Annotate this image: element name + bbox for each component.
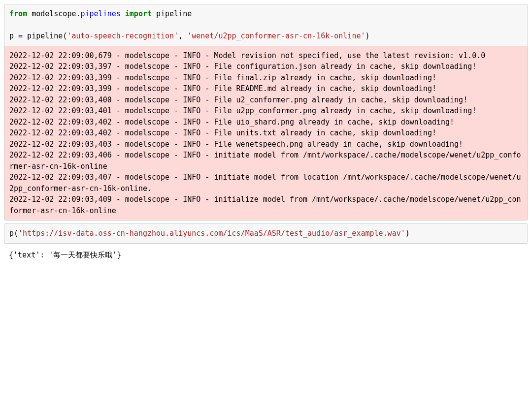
call-close: )	[365, 32, 369, 40]
result-output: {'text': '每一天都要快乐哦'}	[4, 247, 528, 263]
keyword-import: import	[125, 9, 152, 18]
arg-task: 'auto-speech-recognition'	[67, 32, 178, 40]
keyword-from: from	[9, 9, 27, 18]
stderr-output: 2022-12-02 22:09:00,679 - modelscope - I…	[4, 46, 528, 221]
op-eq: =	[18, 32, 23, 40]
call-open: pipeline(	[23, 32, 67, 40]
submodule: pipelines	[81, 9, 121, 18]
arg-sep: ,	[178, 32, 187, 40]
code-cell-2: p('https://isv-data.oss-cn-hangzhou.aliy…	[4, 223, 528, 244]
arg-url: 'https://isv-data.oss-cn-hangzhou.aliyun…	[18, 229, 405, 238]
var-p: p	[9, 32, 18, 40]
code-input-2: p('https://isv-data.oss-cn-hangzhou.aliy…	[4, 224, 528, 243]
call-open-2: p(	[9, 229, 18, 238]
arg-model: 'wenet/u2pp_conformer-asr-cn-16k-online'	[187, 32, 365, 40]
call-close-2: )	[405, 229, 410, 238]
module-path: modelscope.	[32, 9, 80, 18]
code-input-1: from modelscope.pipelines import pipelin…	[4, 4, 528, 46]
code-cell-1: from modelscope.pipelines import pipelin…	[4, 4, 528, 221]
import-name: pipeline	[156, 9, 192, 18]
